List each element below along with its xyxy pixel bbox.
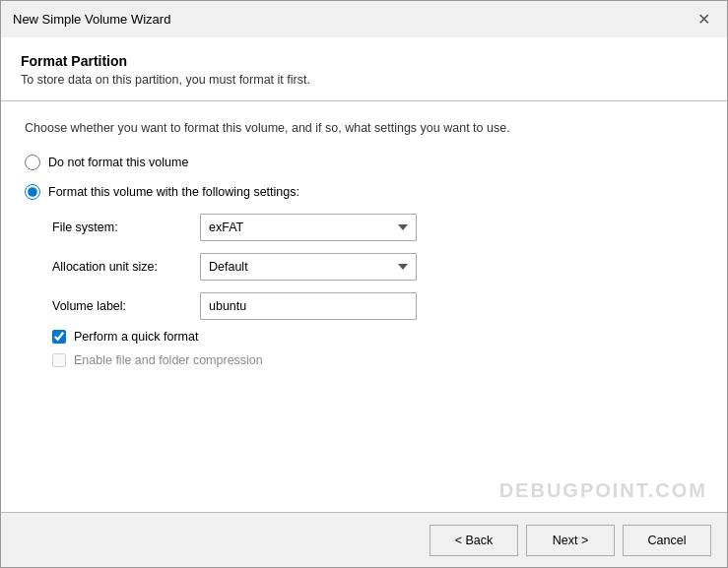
no-format-radio[interactable] <box>25 155 40 170</box>
close-button[interactable]: ✕ <box>692 8 715 32</box>
format-radio[interactable] <box>25 184 40 200</box>
volume-label-label: Volume label: <box>52 299 200 313</box>
file-system-row: File system: exFAT NTFS FAT32 <box>52 214 703 241</box>
checkbox-group: Perform a quick format Enable file and f… <box>52 330 703 367</box>
allocation-unit-control: Default <box>200 253 417 281</box>
volume-label-control <box>200 292 417 320</box>
next-button[interactable]: Next > <box>526 525 615 556</box>
allocation-unit-dropdown[interactable]: Default <box>200 253 417 281</box>
quick-format-checkbox[interactable] <box>52 330 66 344</box>
no-format-option[interactable]: Do not format this volume <box>25 155 703 170</box>
compression-option[interactable]: Enable file and folder compression <box>52 353 703 367</box>
file-system-dropdown[interactable]: exFAT NTFS FAT32 <box>200 214 417 241</box>
file-system-label: File system: <box>52 221 200 234</box>
title-bar: New Simple Volume Wizard ✕ <box>1 1 727 37</box>
cancel-button[interactable]: Cancel <box>623 525 711 556</box>
radio-group: Do not format this volume Format this vo… <box>25 155 703 200</box>
volume-label-row: Volume label: <box>52 292 703 320</box>
compression-label: Enable file and folder compression <box>74 353 263 367</box>
footer: < Back Next > Cancel <box>1 512 727 567</box>
settings-grid: File system: exFAT NTFS FAT32 Allocation… <box>52 214 703 320</box>
header-subtitle: To store data on this partition, you mus… <box>21 73 707 87</box>
back-button[interactable]: < Back <box>430 525 518 556</box>
watermark: DEBUGPOINT.COM <box>1 470 727 512</box>
dialog-window: New Simple Volume Wizard ✕ Format Partit… <box>0 0 728 568</box>
format-option[interactable]: Format this volume with the following se… <box>25 184 703 200</box>
no-format-label: Do not format this volume <box>48 156 188 169</box>
main-content: Choose whether you want to format this v… <box>1 101 727 470</box>
format-label: Format this volume with the following se… <box>48 185 299 199</box>
compression-checkbox[interactable] <box>52 353 66 367</box>
header-title: Format Partition <box>21 53 707 69</box>
header-section: Format Partition To store data on this p… <box>1 37 727 100</box>
quick-format-label: Perform a quick format <box>74 330 198 344</box>
allocation-unit-row: Allocation unit size: Default <box>52 253 703 281</box>
allocation-unit-label: Allocation unit size: <box>52 260 200 274</box>
dialog-title: New Simple Volume Wizard <box>13 12 170 27</box>
quick-format-option[interactable]: Perform a quick format <box>52 330 703 344</box>
file-system-control: exFAT NTFS FAT32 <box>200 214 417 241</box>
volume-label-input[interactable] <box>200 292 417 320</box>
instruction-text: Choose whether you want to format this v… <box>25 121 703 135</box>
